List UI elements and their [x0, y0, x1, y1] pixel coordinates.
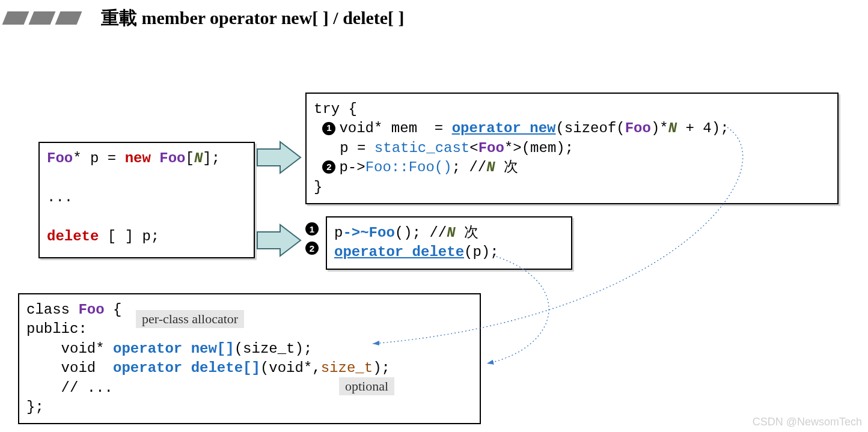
code-text: * p = — [73, 150, 124, 166]
code-text: Foo::Foo() — [365, 159, 452, 175]
code-text: (void*, — [260, 360, 321, 376]
arrow-icon — [255, 139, 303, 175]
code-text: [ ] p; — [99, 228, 159, 245]
code-text: Foo — [478, 140, 504, 156]
stripe-icon — [2, 11, 29, 25]
code-text: void* mem = — [339, 120, 451, 136]
code-text: operator new — [452, 120, 556, 136]
code-text: static_cast — [374, 140, 469, 156]
slide-header: 重載 member operator new[ ] / delete[ ] — [0, 5, 868, 31]
code-text: try { — [314, 101, 357, 117]
label-optional: optional — [339, 377, 394, 395]
code-text: ->~Foo — [343, 225, 394, 241]
code-text: } — [314, 179, 322, 195]
code-text: N — [447, 225, 455, 241]
code-text: Foo — [151, 150, 186, 166]
code-text: (sizeof( — [555, 120, 625, 136]
step-badge-1: 1 — [322, 122, 335, 135]
code-text: *>(mem); — [504, 140, 573, 156]
code-box-try: try { 1void* mem = operator new(sizeof(F… — [305, 93, 839, 204]
code-text: new — [125, 150, 151, 166]
code-text: + 4); — [677, 120, 729, 136]
code-text: p = — [314, 140, 374, 156]
code-text: }; — [26, 399, 44, 415]
code-text: )* — [651, 120, 668, 136]
code-box-delete: p->~Foo(); //N 次 operator delete(p); — [326, 216, 572, 270]
code-text: Foo — [47, 150, 73, 166]
code-text: delete — [47, 228, 99, 245]
label-per-class-allocator: per-class allocator — [136, 310, 244, 328]
code-text: public: — [26, 321, 87, 337]
code-text: { — [105, 302, 122, 318]
code-box-source: Foo* p = new Foo[N]; ... delete [ ] p; — [38, 142, 255, 258]
code-text: N — [486, 159, 495, 175]
code-text: p — [334, 225, 343, 241]
code-text: void — [26, 360, 113, 376]
step-badge-2: 2 — [322, 160, 335, 174]
svg-marker-1 — [257, 225, 301, 256]
code-box-class: class Foo { public: void* operator new[]… — [18, 293, 481, 424]
code-text: [ — [185, 150, 194, 166]
code-text: p-> — [339, 159, 365, 175]
code-text: (p); — [464, 244, 499, 260]
stripe-icon — [29, 11, 56, 25]
code-text: Foo — [625, 120, 651, 136]
arrow-icon — [255, 222, 303, 258]
code-text: 次 — [456, 225, 478, 241]
code-text: ]; — [203, 150, 220, 166]
code-text: operator new[] — [113, 341, 234, 357]
stripe-icon — [55, 11, 82, 25]
code-text: operator delete[] — [113, 360, 260, 376]
step-badge-2: 2 — [305, 242, 319, 255]
page-title: 重載 member operator new[ ] / delete[ ] — [101, 6, 405, 31]
code-text: 次 — [495, 159, 518, 175]
code-text: ; // — [452, 159, 487, 175]
code-text: Foo — [78, 302, 104, 318]
svg-marker-0 — [257, 142, 301, 173]
code-text: operator delete — [334, 244, 464, 260]
code-text: < — [469, 140, 478, 156]
code-text: ... — [47, 189, 73, 205]
code-text: (); // — [395, 225, 447, 241]
watermark-text: CSDN @NewsomTech — [753, 416, 862, 428]
code-text: (size_t); — [234, 341, 313, 357]
code-text: N — [194, 150, 203, 166]
code-text: size_t — [321, 360, 373, 376]
code-text: ); — [373, 360, 390, 376]
code-text: void* — [26, 341, 113, 357]
code-text: N — [668, 120, 677, 136]
code-text: // ... — [26, 380, 113, 396]
step-badge-1: 1 — [305, 222, 319, 236]
code-text: class — [26, 302, 78, 318]
header-stripes — [5, 11, 79, 25]
